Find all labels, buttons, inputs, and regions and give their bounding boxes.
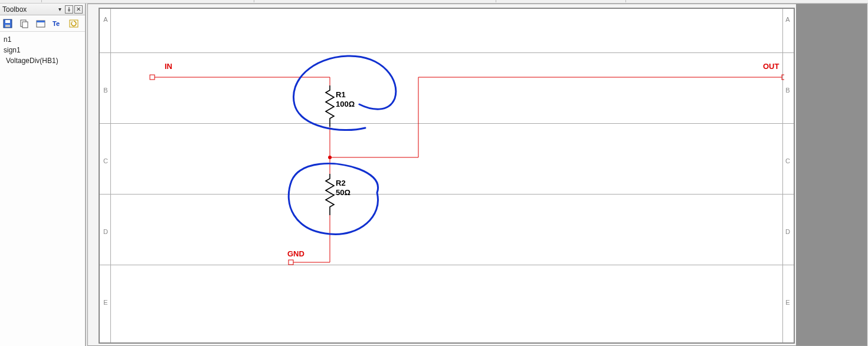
copy-icon[interactable] <box>19 18 30 29</box>
row-label-e-right: E <box>783 299 792 306</box>
component-r1[interactable]: R1 100Ω <box>326 85 355 127</box>
schematic-viewport[interactable]: A B C D E A B C D E <box>87 4 867 346</box>
svg-text:Te: Te <box>53 20 60 27</box>
tree-item[interactable]: n1 <box>2 34 83 45</box>
text-icon[interactable]: Te <box>52 18 63 29</box>
new-window-icon[interactable] <box>35 18 46 29</box>
row-label-c-right: C <box>783 157 792 164</box>
svg-rect-2 <box>5 25 10 27</box>
save-icon[interactable] <box>2 18 13 29</box>
r2-name: R2 <box>336 179 346 187</box>
port-in[interactable] <box>150 75 155 80</box>
toolbox-title: Toolbox <box>2 5 27 14</box>
annotation-scribble <box>289 56 396 235</box>
sheet-frame: A B C D E A B C D E <box>99 8 795 344</box>
tree-item[interactable]: sign1 <box>2 45 83 55</box>
row-label-d-right: D <box>783 228 792 235</box>
r1-name: R1 <box>336 90 346 99</box>
svg-rect-1 <box>5 20 10 23</box>
pin-icon[interactable] <box>65 5 73 14</box>
refresh-icon[interactable] <box>68 18 79 29</box>
row-label-a-right: A <box>783 16 792 23</box>
toolbox-panel: Toolbox ▾ ✕ Te n1 <box>0 4 86 346</box>
svg-rect-4 <box>22 22 28 28</box>
toolbox-toolbar: Te <box>0 15 85 32</box>
net-label-in[interactable]: IN <box>165 62 172 71</box>
svg-rect-6 <box>37 21 45 22</box>
canvas-gutter <box>796 4 867 345</box>
port-out[interactable] <box>782 75 784 80</box>
net-label-gnd[interactable]: GND <box>287 249 304 258</box>
dropdown-icon[interactable]: ▾ <box>55 5 64 14</box>
design-tree[interactable]: n1 sign1 VoltageDiv(HB1) <box>0 32 85 68</box>
close-icon[interactable]: ✕ <box>74 5 83 14</box>
port-gnd[interactable] <box>289 260 293 265</box>
toolbox-header[interactable]: Toolbox ▾ ✕ <box>0 4 85 15</box>
row-label-b-right: B <box>783 87 792 94</box>
row-label-b-left: B <box>101 87 110 94</box>
row-label-d-left: D <box>101 228 110 235</box>
row-label-c-left: C <box>101 157 110 164</box>
net-label-out[interactable]: OUT <box>763 62 779 71</box>
row-label-a-left: A <box>101 16 110 23</box>
r1-value: 100Ω <box>336 100 355 108</box>
canvas-area: A B C D E A B C D E <box>87 4 868 346</box>
schematic-canvas[interactable]: IN OUT GND R1 100Ω R2 50Ω <box>112 10 784 344</box>
row-label-e-left: E <box>101 299 110 306</box>
tree-item[interactable]: VoltageDiv(HB1) <box>2 55 83 66</box>
component-r2[interactable]: R2 50Ω <box>326 174 351 215</box>
r2-value: 50Ω <box>336 188 351 197</box>
